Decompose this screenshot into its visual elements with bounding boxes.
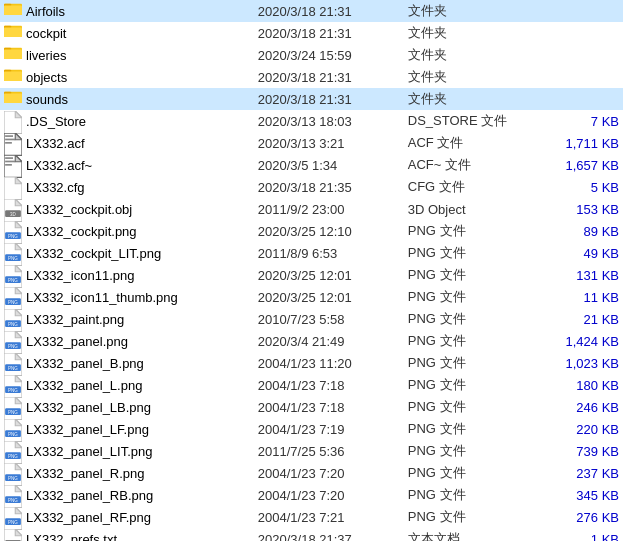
file-type: PNG 文件 [404,484,531,506]
file-date: 2020/3/24 15:59 [254,44,404,66]
file-size [531,0,623,22]
table-row[interactable]: PNG LX332_icon11.png 2020/3/25 12:01 PNG… [0,264,623,286]
file-name: LX332_icon11.png [26,268,134,283]
svg-rect-26 [5,164,12,166]
table-row[interactable]: PNG LX332_panel_RB.png 2004/1/23 7:20 PN… [0,484,623,506]
file-date: 2004/1/23 11:20 [254,352,404,374]
file-date: 2011/9/2 23:00 [254,198,404,220]
file-type: 文本文档 [404,528,531,541]
file-size: 1,711 KB [531,132,623,154]
svg-marker-50 [15,309,22,316]
table-row[interactable]: liveries 2020/3/24 15:59 文件夹 [0,44,623,66]
table-row[interactable]: PNG LX332_panel_B.png 2004/1/23 11:20 PN… [0,352,623,374]
file-type: PNG 文件 [404,220,531,242]
svg-marker-62 [15,375,22,382]
file-type: 文件夹 [404,66,531,88]
file-type: PNG 文件 [404,330,531,352]
table-row[interactable]: PNG LX332_panel_L.png 2004/1/23 7:18 PNG… [0,374,623,396]
file-name-cell: objects [0,66,254,88]
file-type: CFG 文件 [404,176,531,198]
table-row[interactable]: sounds 2020/3/18 21:31 文件夹 [0,88,623,110]
file-type: 文件夹 [404,88,531,110]
file-name: LX332_icon11_thumb.png [26,290,178,305]
file-date: 2020/3/25 12:10 [254,220,404,242]
table-row[interactable]: PNG LX332_cockpit_LIT.png 2011/8/9 6:53 … [0,242,623,264]
file-date: 2020/3/13 3:21 [254,132,404,154]
file-date: 2020/3/18 21:31 [254,22,404,44]
table-row[interactable]: PNG LX332_cockpit.png 2020/3/25 12:10 PN… [0,220,623,242]
svg-rect-5 [4,27,22,37]
table-row[interactable]: objects 2020/3/18 21:31 文件夹 [0,66,623,88]
file-type: 文件夹 [404,44,531,66]
file-type: PNG 文件 [404,286,531,308]
file-date: 2004/1/23 7:18 [254,374,404,396]
file-name-cell: LX332.acf [0,132,254,154]
file-date: 2020/3/4 21:49 [254,330,404,352]
table-row[interactable]: PNG LX332_panel_LIT.png 2011/7/25 5:36 P… [0,440,623,462]
svg-marker-78 [15,463,22,470]
svg-text:PNG: PNG [8,322,18,327]
svg-marker-23 [15,155,22,162]
table-row[interactable]: cockpit 2020/3/18 21:31 文件夹 [0,22,623,44]
svg-rect-2 [4,5,22,15]
file-date: 2011/8/9 6:53 [254,242,404,264]
file-name: liveries [26,48,66,63]
file-name: LX332_prefs.txt [26,532,117,542]
table-row[interactable]: PNG LX332_paint.png 2010/7/23 5:58 PNG 文… [0,308,623,330]
table-row[interactable]: PNG LX332_panel_R.png 2004/1/23 7:20 PNG… [0,462,623,484]
file-acf-icon [4,155,22,173]
table-row[interactable]: .DS_Store 2020/3/13 18:03 DS_STORE 文件 7 … [0,110,623,132]
table-row[interactable]: 3D LX332_cockpit.obj 2011/9/2 23:00 3D O… [0,198,623,220]
table-row[interactable]: TXT LX332_prefs.txt 2020/3/18 21:37 文本文档… [0,528,623,541]
folder-icon [4,1,22,19]
svg-marker-46 [15,287,22,294]
table-row[interactable]: PNG LX332_panel_LB.png 2004/1/23 7:18 PN… [0,396,623,418]
file-name: objects [26,70,67,85]
file-date: 2004/1/23 7:20 [254,484,404,506]
file-type: 3D Object [404,198,531,220]
table-row[interactable]: PNG LX332_panel_LF.png 2004/1/23 7:19 PN… [0,418,623,440]
file-png-icon: PNG [4,265,22,283]
file-name-cell: PNG LX332_icon11_thumb.png [0,286,254,308]
file-date: 2020/3/25 12:01 [254,286,404,308]
file-name-cell: PNG LX332_panel_LB.png [0,396,254,418]
file-name: .DS_Store [26,114,86,129]
table-row[interactable]: LX332.acf 2020/3/13 3:21 ACF 文件 1,711 KB [0,132,623,154]
file-name: Airfoils [26,4,65,19]
file-name: LX332_panel_RF.png [26,510,151,525]
svg-text:PNG: PNG [8,476,18,481]
file-size: 276 KB [531,506,623,528]
file-png-icon: PNG [4,309,22,327]
folder-icon [4,67,22,85]
file-generic-icon [4,111,22,129]
file-size: 131 KB [531,264,623,286]
file-size: 246 KB [531,396,623,418]
svg-rect-19 [5,135,13,137]
file-date: 2020/3/13 18:03 [254,110,404,132]
svg-text:PNG: PNG [8,410,18,415]
file-date: 2020/3/18 21:31 [254,0,404,22]
file-size: 1,424 KB [531,330,623,352]
file-type: 文件夹 [404,22,531,44]
table-row[interactable]: PNG LX332_panel_RF.png 2004/1/23 7:21 PN… [0,506,623,528]
file-name: cockpit [26,26,66,41]
file-type: PNG 文件 [404,440,531,462]
svg-marker-70 [15,419,22,426]
file-type: PNG 文件 [404,374,531,396]
table-row[interactable]: LX332.cfg 2020/3/18 21:35 CFG 文件 5 KB [0,176,623,198]
file-name-cell: Airfoils [0,0,254,22]
table-row[interactable]: PNG LX332_panel.png 2020/3/4 21:49 PNG 文… [0,330,623,352]
file-date: 2004/1/23 7:19 [254,418,404,440]
file-date: 2010/7/23 5:58 [254,308,404,330]
svg-marker-38 [15,243,22,250]
svg-marker-34 [15,221,22,228]
file-name: LX332.acf [26,136,85,151]
file-type: DS_STORE 文件 [404,110,531,132]
table-row[interactable]: Airfoils 2020/3/18 21:31 文件夹 [0,0,623,22]
table-row[interactable]: PNG LX332_icon11_thumb.png 2020/3/25 12:… [0,286,623,308]
file-name-cell: PNG LX332_panel_B.png [0,352,254,374]
file-name: LX332_paint.png [26,312,124,327]
file-name-cell: PNG LX332_cockpit.png [0,220,254,242]
table-row[interactable]: LX332.acf~ 2020/3/5 1:34 ACF~ 文件 1,657 K… [0,154,623,176]
file-name-cell: PNG LX332_panel_L.png [0,374,254,396]
